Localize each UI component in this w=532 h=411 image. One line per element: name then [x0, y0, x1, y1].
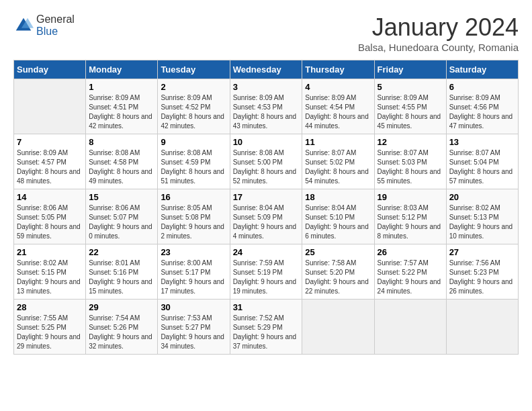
day-cell: 3Sunrise: 8:09 AMSunset: 4:53 PMDaylight… — [230, 79, 302, 134]
header-row: SundayMondayTuesdayWednesdayThursdayFrid… — [14, 60, 519, 79]
day-number: 22 — [89, 247, 154, 257]
day-info: Sunrise: 8:03 AMSunset: 5:12 PMDaylight:… — [378, 203, 443, 241]
day-cell: 2Sunrise: 8:09 AMSunset: 4:52 PMDaylight… — [158, 79, 230, 134]
day-info: Sunrise: 7:52 AMSunset: 5:29 PMDaylight:… — [233, 314, 300, 351]
day-number: 12 — [378, 137, 443, 147]
week-row-4: 21Sunrise: 8:02 AMSunset: 5:15 PMDayligh… — [14, 244, 519, 300]
column-header-friday: Friday — [374, 60, 446, 79]
logo-blue-text: Blue — [36, 26, 58, 37]
day-info: Sunrise: 7:57 AMSunset: 5:22 PMDaylight:… — [378, 259, 443, 296]
day-cell: 25Sunrise: 7:58 AMSunset: 5:20 PMDayligh… — [302, 244, 374, 300]
day-info: Sunrise: 7:55 AMSunset: 5:25 PMDaylight:… — [17, 314, 83, 351]
day-cell: 23Sunrise: 8:00 AMSunset: 5:17 PMDayligh… — [158, 244, 230, 300]
day-info: Sunrise: 8:08 AMSunset: 5:00 PMDaylight:… — [233, 148, 300, 186]
day-cell — [14, 79, 86, 134]
day-cell: 30Sunrise: 7:53 AMSunset: 5:27 PMDayligh… — [158, 300, 230, 355]
day-number: 6 — [449, 82, 515, 92]
day-cell: 7Sunrise: 8:09 AMSunset: 4:57 PMDaylight… — [14, 134, 86, 189]
day-info: Sunrise: 7:54 AMSunset: 5:26 PMDaylight:… — [89, 314, 154, 351]
day-cell: 11Sunrise: 8:07 AMSunset: 5:02 PMDayligh… — [302, 134, 374, 189]
calendar-title: January 2024 — [358, 13, 519, 42]
day-cell: 20Sunrise: 8:02 AMSunset: 5:13 PMDayligh… — [446, 189, 518, 244]
day-number: 23 — [161, 247, 226, 257]
day-number: 21 — [17, 247, 83, 257]
logo-general-text: General — [36, 13, 75, 25]
day-number: 4 — [305, 82, 371, 92]
column-header-tuesday: Tuesday — [158, 60, 230, 79]
day-info: Sunrise: 8:09 AMSunset: 4:51 PMDaylight:… — [89, 93, 154, 131]
day-cell: 18Sunrise: 8:04 AMSunset: 5:10 PMDayligh… — [302, 189, 374, 244]
day-info: Sunrise: 8:06 AMSunset: 5:05 PMDaylight:… — [17, 203, 83, 241]
page-header: General Blue January 2024 Balsa, Hunedoa… — [13, 13, 519, 53]
day-number: 24 — [233, 247, 300, 257]
day-cell: 13Sunrise: 8:07 AMSunset: 5:04 PMDayligh… — [446, 134, 518, 189]
day-info: Sunrise: 8:07 AMSunset: 5:02 PMDaylight:… — [305, 148, 371, 186]
title-section: January 2024 Balsa, Hunedoara County, Ro… — [358, 13, 519, 53]
day-info: Sunrise: 8:00 AMSunset: 5:17 PMDaylight:… — [161, 259, 226, 296]
day-info: Sunrise: 8:09 AMSunset: 4:52 PMDaylight:… — [161, 93, 226, 131]
week-row-1: 1Sunrise: 8:09 AMSunset: 4:51 PMDaylight… — [14, 79, 519, 134]
logo: General Blue — [13, 13, 75, 38]
logo-icon — [13, 15, 34, 36]
day-number: 31 — [233, 302, 300, 312]
day-number: 18 — [305, 192, 371, 202]
day-info: Sunrise: 8:02 AMSunset: 5:13 PMDaylight:… — [449, 203, 515, 241]
day-info: Sunrise: 8:08 AMSunset: 4:58 PMDaylight:… — [89, 148, 154, 186]
day-info: Sunrise: 7:59 AMSunset: 5:19 PMDaylight:… — [233, 259, 300, 296]
day-cell: 24Sunrise: 7:59 AMSunset: 5:19 PMDayligh… — [230, 244, 302, 300]
calendar-table: SundayMondayTuesdayWednesdayThursdayFrid… — [13, 60, 519, 355]
day-number: 17 — [233, 192, 300, 202]
day-cell: 10Sunrise: 8:08 AMSunset: 5:00 PMDayligh… — [230, 134, 302, 189]
day-cell: 1Sunrise: 8:09 AMSunset: 4:51 PMDaylight… — [86, 79, 158, 134]
day-number: 25 — [305, 247, 371, 257]
day-info: Sunrise: 8:04 AMSunset: 5:10 PMDaylight:… — [305, 203, 371, 241]
day-number: 10 — [233, 137, 300, 147]
week-row-3: 14Sunrise: 8:06 AMSunset: 5:05 PMDayligh… — [14, 189, 519, 244]
week-row-5: 28Sunrise: 7:55 AMSunset: 5:25 PMDayligh… — [14, 300, 519, 355]
day-cell: 16Sunrise: 8:05 AMSunset: 5:08 PMDayligh… — [158, 189, 230, 244]
day-cell — [446, 300, 518, 355]
day-info: Sunrise: 8:02 AMSunset: 5:15 PMDaylight:… — [17, 259, 83, 296]
day-info: Sunrise: 8:09 AMSunset: 4:54 PMDaylight:… — [305, 93, 371, 131]
day-cell — [302, 300, 374, 355]
day-info: Sunrise: 7:56 AMSunset: 5:23 PMDaylight:… — [449, 259, 515, 296]
day-info: Sunrise: 8:04 AMSunset: 5:09 PMDaylight:… — [233, 203, 300, 241]
day-number: 2 — [161, 82, 226, 92]
day-number: 27 — [449, 247, 515, 257]
day-cell: 4Sunrise: 8:09 AMSunset: 4:54 PMDaylight… — [302, 79, 374, 134]
day-number: 30 — [161, 302, 226, 312]
day-info: Sunrise: 8:07 AMSunset: 5:04 PMDaylight:… — [449, 148, 515, 186]
day-info: Sunrise: 7:53 AMSunset: 5:27 PMDaylight:… — [161, 314, 226, 351]
day-number: 28 — [17, 302, 83, 312]
calendar-subtitle: Balsa, Hunedoara County, Romania — [358, 42, 519, 53]
day-cell: 28Sunrise: 7:55 AMSunset: 5:25 PMDayligh… — [14, 300, 86, 355]
day-info: Sunrise: 8:09 AMSunset: 4:56 PMDaylight:… — [449, 93, 515, 131]
day-number: 29 — [89, 302, 154, 312]
day-cell: 26Sunrise: 7:57 AMSunset: 5:22 PMDayligh… — [374, 244, 446, 300]
day-number: 13 — [449, 137, 515, 147]
day-number: 19 — [378, 192, 443, 202]
day-cell: 29Sunrise: 7:54 AMSunset: 5:26 PMDayligh… — [86, 300, 158, 355]
day-cell: 15Sunrise: 8:06 AMSunset: 5:07 PMDayligh… — [86, 189, 158, 244]
day-cell: 17Sunrise: 8:04 AMSunset: 5:09 PMDayligh… — [230, 189, 302, 244]
day-number: 9 — [161, 137, 226, 147]
day-info: Sunrise: 8:09 AMSunset: 4:53 PMDaylight:… — [233, 93, 300, 131]
day-number: 16 — [161, 192, 226, 202]
day-number: 8 — [89, 137, 154, 147]
day-cell: 8Sunrise: 8:08 AMSunset: 4:58 PMDaylight… — [86, 134, 158, 189]
day-cell: 22Sunrise: 8:01 AMSunset: 5:16 PMDayligh… — [86, 244, 158, 300]
column-header-saturday: Saturday — [446, 60, 518, 79]
day-info: Sunrise: 8:01 AMSunset: 5:16 PMDaylight:… — [89, 259, 154, 296]
day-number: 1 — [89, 82, 154, 92]
day-number: 20 — [449, 192, 515, 202]
day-info: Sunrise: 8:09 AMSunset: 4:55 PMDaylight:… — [378, 93, 443, 131]
day-number: 5 — [378, 82, 443, 92]
day-cell: 9Sunrise: 8:08 AMSunset: 4:59 PMDaylight… — [158, 134, 230, 189]
day-cell — [374, 300, 446, 355]
column-header-thursday: Thursday — [302, 60, 374, 79]
day-cell: 6Sunrise: 8:09 AMSunset: 4:56 PMDaylight… — [446, 79, 518, 134]
day-cell: 27Sunrise: 7:56 AMSunset: 5:23 PMDayligh… — [446, 244, 518, 300]
day-info: Sunrise: 8:09 AMSunset: 4:57 PMDaylight:… — [17, 148, 83, 186]
day-number: 11 — [305, 137, 371, 147]
day-number: 15 — [89, 192, 154, 202]
